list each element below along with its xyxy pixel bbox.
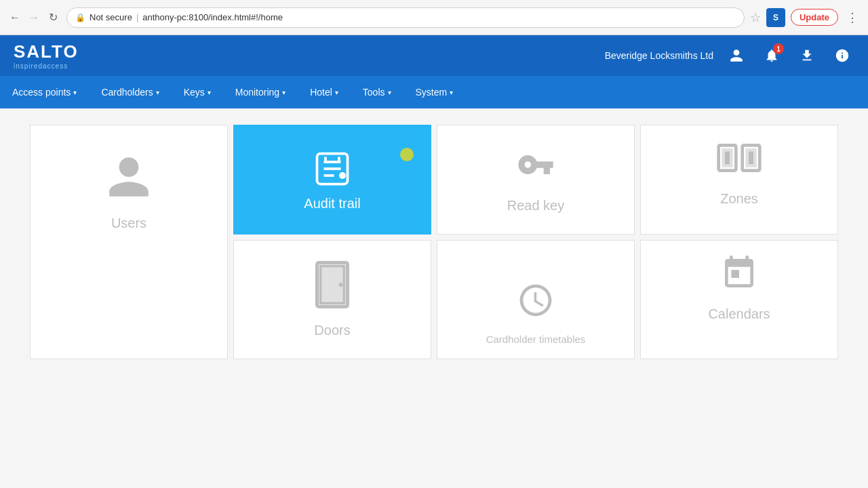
audit-trail-icon	[312, 148, 353, 189]
door-icon	[312, 261, 353, 316]
tile-zones-label: Zones	[720, 191, 758, 207]
chevron-down-icon: ▾	[450, 89, 453, 96]
back-button[interactable]: ←	[7, 9, 23, 26]
clock-icon	[517, 281, 555, 327]
nav-monitoring[interactable]: Monitoring ▾	[223, 76, 298, 108]
nav-system[interactable]: System ▾	[403, 76, 466, 108]
chevron-down-icon: ▾	[282, 89, 285, 96]
tile-cardholder-timetables-label: Cardholder timetables	[486, 333, 586, 345]
info-button[interactable]	[830, 43, 854, 68]
not-secure-label: Not secure	[90, 12, 132, 22]
menu-icon[interactable]: ⋮	[844, 10, 861, 25]
tile-doors[interactable]: Doors	[233, 240, 431, 359]
header-right: Beveridge Locksmiths Ltd 1	[605, 43, 854, 68]
url-text: anthony-pc:8100/index.html#!/home	[142, 12, 283, 22]
read-key-icon	[517, 146, 555, 191]
nav-access-points[interactable]: Access points ▾	[0, 76, 89, 108]
profile-icon[interactable]: S	[766, 8, 785, 27]
tile-calendars[interactable]: Calendars	[640, 240, 838, 359]
nav-keys[interactable]: Keys ▾	[172, 76, 223, 108]
user-icon	[104, 152, 153, 209]
tile-calendars-label: Calendars	[708, 306, 770, 322]
logo-salto: SALTO	[14, 41, 79, 62]
tile-users-label: Users	[111, 216, 146, 231]
tile-doors-label: Doors	[314, 323, 350, 338]
tile-cardholder-timetables[interactable]: Cardholder timetables	[437, 240, 635, 359]
chevron-down-icon: ▾	[388, 89, 391, 96]
main-content: Users Audit trail	[0, 108, 868, 488]
user-icon-button[interactable]	[724, 43, 749, 68]
logo-sub: inspiredaccess	[14, 62, 79, 70]
app-header: SALTO inspiredaccess Beveridge Locksmith…	[0, 35, 868, 76]
download-button[interactable]	[795, 43, 819, 68]
svg-point-9	[339, 283, 343, 287]
nav-cardholders[interactable]: Cardholders ▾	[89, 76, 171, 108]
tile-read-key[interactable]: Read key	[437, 125, 635, 235]
chevron-down-icon: ▾	[156, 89, 159, 96]
lock-icon: 🔒	[75, 13, 85, 22]
reload-button[interactable]: ↻	[45, 9, 61, 26]
chevron-down-icon: ▾	[208, 89, 211, 96]
tile-read-key-label: Read key	[507, 198, 565, 214]
tile-audit-trail-label: Audit trail	[304, 196, 360, 211]
chevron-down-icon: ▾	[335, 89, 338, 96]
tile-zones[interactable]: Zones	[640, 125, 838, 235]
tile-users[interactable]: Users	[30, 125, 228, 359]
address-bar[interactable]: 🔒 Not secure | anthony-pc:8100/index.htm…	[66, 7, 745, 28]
nav-buttons: ← → ↻	[7, 9, 61, 26]
nav-bar: Access points ▾ Cardholders ▾ Keys ▾ Mon…	[0, 76, 868, 108]
notifications-button[interactable]: 1	[760, 43, 784, 68]
logo-area: SALTO inspiredaccess	[14, 41, 79, 70]
nav-hotel[interactable]: Hotel ▾	[298, 76, 351, 108]
svg-rect-14	[725, 152, 730, 165]
forward-button[interactable]: →	[26, 9, 42, 26]
notification-badge: 1	[773, 43, 784, 54]
zones-icon	[715, 139, 763, 184]
svg-point-4	[339, 172, 346, 179]
svg-rect-15	[749, 152, 753, 165]
tile-audit-trail[interactable]: Audit trail	[233, 125, 431, 235]
separator: |	[136, 12, 138, 22]
update-button[interactable]: Update	[791, 9, 838, 26]
nav-tools[interactable]: Tools ▾	[351, 76, 403, 108]
company-name: Beveridge Locksmiths Ltd	[605, 50, 713, 61]
browser-bar: ← → ↻ 🔒 Not secure | anthony-pc:8100/ind…	[0, 0, 868, 35]
star-icon[interactable]: ☆	[750, 10, 761, 25]
chevron-down-icon: ▾	[73, 89, 77, 96]
calendar-icon	[720, 254, 758, 300]
